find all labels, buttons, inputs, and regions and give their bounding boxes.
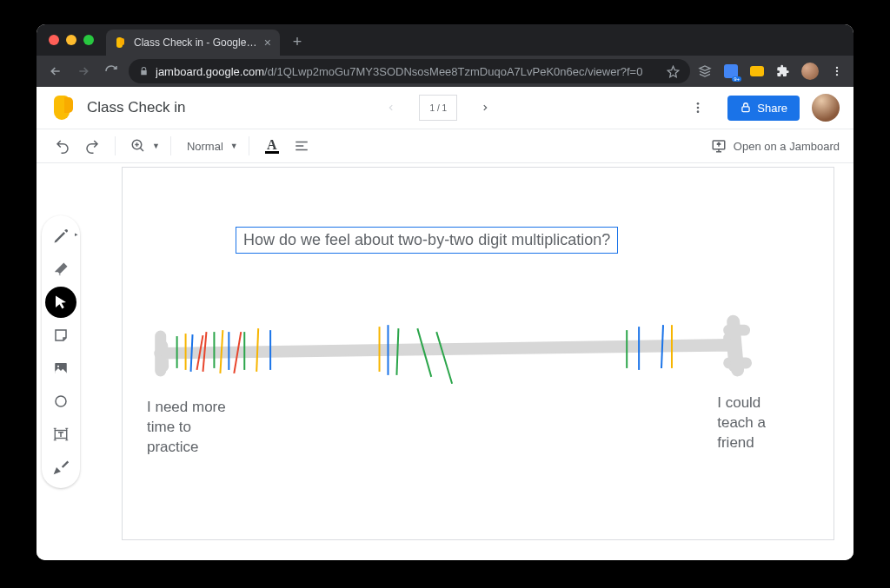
bookmark-star-icon[interactable] bbox=[667, 65, 680, 78]
browser-menu-button[interactable] bbox=[829, 63, 845, 79]
svg-rect-8 bbox=[742, 107, 749, 112]
sticky-note-tool[interactable] bbox=[45, 320, 76, 351]
svg-line-33 bbox=[256, 328, 258, 372]
user-avatar[interactable] bbox=[812, 94, 840, 122]
svg-line-27 bbox=[203, 332, 206, 372]
extensions-puzzle-icon[interactable] bbox=[775, 63, 791, 79]
more-options-button[interactable] bbox=[691, 101, 715, 115]
open-on-jamboard-button[interactable]: Open on a Jamboard bbox=[711, 138, 840, 154]
canvas-drawings bbox=[123, 168, 834, 539]
image-tool[interactable] bbox=[45, 353, 76, 384]
svg-line-38 bbox=[417, 328, 431, 377]
jamboard-favicon-icon bbox=[115, 36, 127, 49]
svg-line-31 bbox=[234, 332, 241, 373]
extensions-row bbox=[697, 63, 845, 80]
tab-title: Class Check in - Google Jambo bbox=[134, 36, 257, 49]
window-controls bbox=[43, 24, 101, 56]
drawing-tool-palette: ▸ bbox=[37, 163, 85, 560]
shape-tool[interactable] bbox=[45, 386, 76, 417]
next-frame-button[interactable] bbox=[473, 96, 497, 120]
svg-line-42 bbox=[661, 325, 663, 368]
text-color-button[interactable]: A bbox=[260, 134, 284, 158]
forward-button[interactable] bbox=[73, 61, 94, 82]
svg-line-39 bbox=[436, 332, 452, 384]
redo-button[interactable] bbox=[80, 134, 104, 158]
browser-tab-bar: Class Check in - Google Jambo × + bbox=[37, 24, 853, 56]
svg-point-6 bbox=[697, 107, 700, 109]
text-box-tool[interactable] bbox=[45, 419, 76, 450]
extension-mail-icon[interactable] bbox=[749, 63, 765, 79]
new-tab-button[interactable]: + bbox=[285, 30, 309, 54]
maximize-window-button[interactable] bbox=[83, 35, 94, 45]
reload-button[interactable] bbox=[101, 61, 122, 82]
toolbar-separator bbox=[115, 136, 116, 155]
header-right-controls: Share bbox=[691, 94, 840, 122]
lock-icon bbox=[139, 66, 149, 76]
svg-point-3 bbox=[836, 70, 838, 72]
browser-tab[interactable]: Class Check in - Google Jambo × bbox=[106, 30, 280, 56]
frame-selector[interactable]: 1 / 1 bbox=[419, 95, 457, 121]
close-tab-button[interactable]: × bbox=[264, 36, 271, 50]
laser-tool[interactable] bbox=[45, 452, 76, 483]
text-align-button[interactable] bbox=[289, 134, 314, 158]
jamboard-logo-icon[interactable] bbox=[50, 96, 75, 120]
svg-line-37 bbox=[396, 328, 398, 375]
share-button[interactable]: Share bbox=[727, 96, 800, 121]
app-header: Class Check in 1 / 1 Share bbox=[37, 87, 853, 129]
frame-navigator: 1 / 1 bbox=[197, 95, 679, 121]
svg-point-20 bbox=[57, 366, 59, 367]
extension-stack-icon[interactable] bbox=[697, 63, 713, 79]
zoom-level-dropdown[interactable]: Normal ▼ bbox=[182, 140, 238, 153]
jamboard-canvas[interactable]: How do we feel about two-by-two digit mu… bbox=[122, 167, 834, 540]
spectrum-label-right: I could teach a friend bbox=[717, 393, 766, 453]
prev-frame-button[interactable] bbox=[379, 96, 403, 120]
svg-point-21 bbox=[56, 396, 66, 406]
toolbar-separator bbox=[170, 136, 171, 155]
minimize-window-button[interactable] bbox=[66, 35, 76, 45]
question-text: How do we feel about two-by-two digit mu… bbox=[243, 231, 610, 248]
url-text: jamboard.google.com/d/1QLwp2moGu7MY3SODN… bbox=[156, 65, 660, 78]
pen-tool[interactable] bbox=[45, 221, 76, 252]
select-tool[interactable] bbox=[45, 287, 76, 318]
svg-point-2 bbox=[836, 67, 838, 69]
zoom-control[interactable]: ▼ bbox=[126, 134, 160, 158]
share-button-label: Share bbox=[757, 102, 787, 115]
svg-line-29 bbox=[220, 330, 222, 373]
profile-avatar-icon[interactable] bbox=[801, 63, 819, 80]
svg-rect-1 bbox=[120, 38, 124, 45]
address-bar-input[interactable]: jamboard.google.com/d/1QLwp2moGu7MY3SODN… bbox=[129, 59, 690, 83]
frame-indicator-label: 1 / 1 bbox=[430, 103, 447, 113]
close-window-button[interactable] bbox=[49, 35, 59, 45]
open-on-jamboard-label: Open on a Jamboard bbox=[734, 140, 840, 153]
svg-point-4 bbox=[836, 74, 838, 76]
zoom-icon bbox=[126, 134, 150, 158]
undo-button[interactable] bbox=[50, 134, 75, 158]
content-area: ▸ bbox=[37, 163, 853, 560]
svg-line-10 bbox=[140, 148, 143, 151]
browser-address-bar: jamboard.google.com/d/1QLwp2moGu7MY3SODN… bbox=[37, 56, 853, 87]
document-title[interactable]: Class Check in bbox=[87, 99, 185, 116]
eraser-tool[interactable] bbox=[45, 254, 76, 285]
browser-window: Class Check in - Google Jambo × + jamboa… bbox=[37, 24, 853, 560]
zoom-level-label: Normal bbox=[182, 140, 229, 153]
formatting-toolbar: ▼ Normal ▼ A Open on a Jamboard bbox=[37, 129, 853, 163]
spectrum-label-left: I need more time to practice bbox=[147, 398, 226, 458]
toolbar-separator bbox=[249, 136, 249, 155]
svg-line-25 bbox=[191, 334, 193, 372]
question-text-box[interactable]: How do we feel about two-by-two digit mu… bbox=[236, 227, 618, 254]
extension-badge-icon[interactable] bbox=[723, 63, 739, 79]
canvas-viewport: How do we feel about two-by-two digit mu… bbox=[85, 163, 853, 560]
svg-line-26 bbox=[197, 335, 203, 370]
back-button[interactable] bbox=[45, 61, 66, 82]
svg-point-5 bbox=[697, 102, 700, 105]
svg-point-7 bbox=[697, 110, 700, 113]
